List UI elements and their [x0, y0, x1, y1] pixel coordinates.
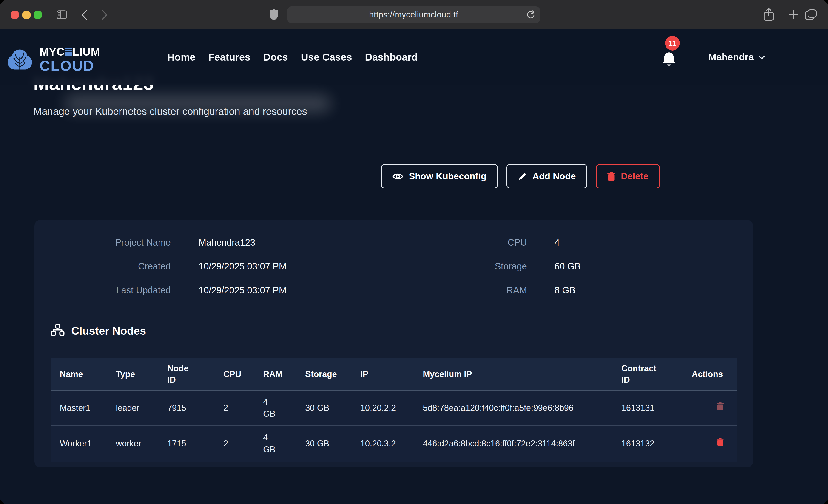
node-name: Worker1 [50, 425, 116, 462]
share-icon[interactable] [763, 8, 774, 21]
trash-icon [716, 437, 724, 446]
delete-node-button[interactable] [716, 439, 724, 448]
node-contract-id: 1613132 [621, 425, 692, 462]
notification-badge: 11 [665, 36, 680, 50]
delete-cluster-button[interactable]: Delete [596, 164, 660, 188]
last-updated-label: Last Updated [50, 285, 171, 295]
nav-link-use-cases[interactable]: Use Cases [301, 51, 352, 63]
node-cpu: 2 [223, 390, 263, 425]
nav-link-features[interactable]: Features [208, 51, 250, 63]
mycelium-cloud-logo-icon [6, 48, 33, 72]
eye-icon [392, 172, 403, 180]
site-logo[interactable]: MYCLIUM CLOUD [6, 46, 100, 73]
created-value: 10/29/2025 03:07 PM [171, 261, 414, 271]
delete-node-button[interactable] [716, 403, 724, 413]
col-contract-id: Contract ID [621, 358, 692, 390]
ram-value: 8 GB [527, 285, 737, 295]
privacy-shield-icon[interactable] [270, 9, 279, 21]
cpu-label: CPU [414, 237, 527, 248]
url-text: https://myceliumcloud.tf [369, 10, 458, 19]
user-name: Mahendra [708, 52, 754, 63]
nav-links: Home Features Docs Use Cases Dashboard [167, 30, 418, 85]
cluster-actions-row: Show Kubeconfig Add Node Delete [381, 164, 660, 188]
site-navbar: MYCLIUM CLOUD Home Features Docs Use Cas… [0, 30, 828, 85]
reload-icon[interactable] [526, 10, 535, 20]
node-contract-id: 1613131 [621, 390, 692, 425]
col-storage: Storage [305, 358, 360, 390]
col-type: Type [116, 358, 167, 390]
browser-titlebar: https://myceliumcloud.tf [0, 0, 828, 30]
trash-icon [607, 172, 615, 181]
node-type: leader [116, 390, 167, 425]
col-cpu: CPU [223, 358, 263, 390]
storage-value: 60 GB [527, 261, 737, 271]
nav-link-dashboard[interactable]: Dashboard [365, 51, 418, 63]
logo-e-bars [66, 48, 72, 56]
logo-word-mycelium: MYCLIUM [40, 46, 100, 57]
add-node-button[interactable]: Add Node [506, 164, 587, 188]
window-zoom-button[interactable] [34, 10, 42, 19]
notifications-button[interactable]: 11 [661, 30, 689, 85]
ram-label: RAM [414, 285, 527, 295]
nav-link-docs[interactable]: Docs [263, 51, 288, 63]
col-mycelium-ip: Mycelium IP [423, 358, 621, 390]
page-body: Mahendra123 [0, 30, 828, 504]
tab-overview-icon[interactable] [805, 9, 817, 20]
node-storage: 30 GB [305, 425, 360, 462]
nav-link-home[interactable]: Home [167, 51, 195, 63]
cluster-nodes-heading: Cluster Nodes [50, 324, 146, 338]
node-mycelium-ip: 446:d2a6:8bcd:8c16:ff0f:72e2:3114:863f [423, 425, 621, 462]
node-mycelium-ip: 5d8:78ea:a120:f40c:ff0f:a5fe:99e6:8b96 [423, 390, 621, 425]
back-icon[interactable] [81, 10, 87, 20]
browser-window: https://myceliumcloud.tf Mahendra123 [0, 0, 828, 504]
table-row: Master1 leader 7915 2 4 GB 30 GB 10.20.2… [50, 390, 737, 425]
bell-icon [661, 51, 676, 69]
last-updated-value: 10/29/2025 03:07 PM [171, 285, 414, 295]
node-ip: 10.20.3.2 [360, 425, 423, 462]
node-storage: 30 GB [305, 390, 360, 425]
col-ip: IP [360, 358, 423, 390]
col-ram: RAM [263, 358, 305, 390]
created-label: Created [50, 261, 171, 271]
cpu-value: 4 [527, 237, 737, 248]
show-kubeconfig-button[interactable]: Show Kubeconfig [381, 164, 498, 188]
project-name-label: Project Name [50, 237, 171, 248]
page-subtitle: Manage your Kubernetes cluster configura… [33, 106, 307, 117]
node-actions [692, 425, 737, 462]
storage-label: Storage [414, 261, 527, 271]
trash-icon [716, 402, 724, 411]
project-info-grid: Project Name Mahendra123 CPU 4 Created 1… [50, 230, 737, 302]
cluster-nodes-icon [50, 324, 65, 338]
col-name: Name [50, 358, 116, 390]
user-menu[interactable]: Mahendra [708, 30, 765, 85]
node-id: 1715 [167, 425, 223, 462]
col-actions: Actions [692, 358, 737, 390]
col-node-id: Node ID [167, 358, 223, 390]
node-ip: 10.20.2.2 [360, 390, 423, 425]
table-row: Worker1 worker 1715 2 4 GB 30 GB 10.20.3… [50, 425, 737, 462]
cluster-nodes-title: Cluster Nodes [71, 325, 146, 337]
node-ram: 4 GB [263, 390, 305, 425]
table-header-row: Name Type Node ID CPU RAM Storage IP Myc… [50, 358, 737, 390]
pencil-icon [518, 172, 527, 181]
window-minimize-button[interactable] [22, 10, 31, 19]
address-bar[interactable]: https://myceliumcloud.tf [287, 6, 540, 23]
project-name-value: Mahendra123 [171, 237, 414, 248]
new-tab-icon[interactable] [788, 10, 798, 20]
forward-icon[interactable] [101, 10, 108, 20]
chevron-down-icon [758, 55, 765, 60]
window-close-button[interactable] [10, 10, 19, 19]
node-ram: 4 GB [263, 425, 305, 462]
node-cpu: 2 [223, 425, 263, 462]
node-id: 7915 [167, 390, 223, 425]
logo-word-cloud: CLOUD [40, 58, 100, 73]
node-actions [692, 390, 737, 425]
node-type: worker [116, 425, 167, 462]
cluster-detail-card: Project Name Mahendra123 CPU 4 Created 1… [35, 220, 753, 467]
cluster-nodes-table: Name Type Node ID CPU RAM Storage IP Myc… [50, 358, 737, 462]
node-name: Master1 [50, 390, 116, 425]
sidebar-toggle-icon[interactable] [56, 10, 67, 19]
